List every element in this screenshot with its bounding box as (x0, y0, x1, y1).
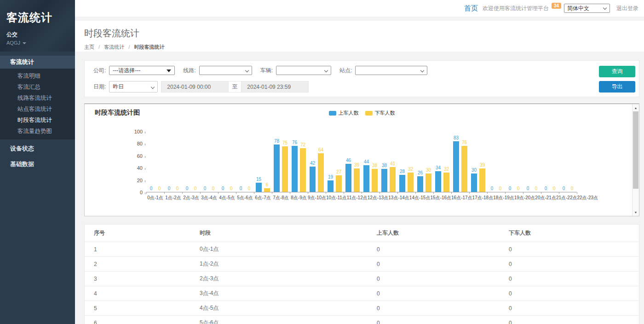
bar-column: 0 (489, 186, 495, 192)
bar-value-label: 0 (186, 186, 189, 191)
bar-value-label: 0 (491, 186, 494, 191)
station-select[interactable] (355, 66, 427, 75)
bar-column: 0 (507, 186, 513, 192)
data-table: 序号 时段 上车人数 下车人数 10点-1点0021点-2点0032点-3点00… (85, 225, 639, 324)
sidebar-item-trend-chart[interactable]: 客流量趋势图 (0, 126, 75, 137)
table-cell: 4 (85, 286, 190, 301)
bar-column: 0 (166, 186, 172, 192)
bar-column: 0 (561, 186, 567, 192)
user-dropdown[interactable]: AQGJ (6, 40, 75, 46)
scroll-up-icon[interactable]: ▲ (632, 104, 639, 111)
bar-column: 0 (525, 186, 531, 192)
bar-group: 00 (182, 132, 200, 192)
vehicle-select[interactable] (276, 66, 331, 75)
bar-column: 76 (461, 140, 467, 192)
company-select-value: ---请选择--- (113, 67, 140, 75)
sidebar-item-station-stats[interactable]: 站点客流统计 (0, 104, 75, 115)
bar-value-label: 0 (194, 186, 197, 191)
logout-link[interactable]: 退出登录 (616, 5, 638, 12)
y-axis-tick-label: 100 (126, 129, 143, 134)
x-axis-tick (523, 192, 523, 194)
sidebar-item-passenger-detail[interactable]: 客流明细 (0, 70, 75, 81)
x-axis-tick (182, 192, 183, 194)
table-row: 43点-4点00 (85, 286, 639, 301)
col-header-boarding: 上车人数 (368, 225, 500, 242)
legend-item-boarding[interactable]: 上车人数 (329, 110, 359, 116)
chevron-down-icon (603, 6, 607, 10)
sidebar-item-base-data[interactable]: 基础数据 (0, 158, 75, 171)
sidebar-item-passenger-stats[interactable]: 客流统计 (0, 56, 75, 69)
date-start-input[interactable] (161, 81, 229, 93)
bar-group: 00 (523, 132, 541, 192)
bar-column: 75 (282, 140, 288, 192)
y-axis-tick (145, 180, 145, 182)
bar (426, 174, 431, 192)
chevron-down-icon (324, 69, 328, 72)
line-select[interactable] (199, 66, 252, 75)
bar-column: 72 (300, 142, 306, 192)
x-axis-tick (326, 192, 326, 194)
bar-column: 0 (497, 186, 503, 192)
y-axis-tick-label: 80 (126, 141, 143, 146)
sidebar: 客流统计 公交 AQGJ 客流统计 客流明细 客流汇总 线路客流统计 站点客流统… (0, 0, 75, 324)
bar-column: 0 (551, 186, 557, 192)
bar-group: 7875 (272, 132, 290, 192)
bar-group: 7672 (290, 132, 308, 192)
sidebar-item-device-status[interactable]: 设备状态 (0, 142, 75, 155)
bar (372, 169, 378, 192)
bar-value-label: 0 (545, 186, 547, 191)
data-table-panel: 序号 时段 上车人数 下车人数 10点-1点0021点-2点0032点-3点00… (84, 224, 639, 324)
table-cell: 0 (500, 242, 639, 257)
bar (417, 176, 423, 192)
x-axis-label: 7点-8点 (272, 195, 290, 201)
bar-column: 26 (417, 170, 423, 192)
bar-value-label: 41 (390, 161, 395, 166)
x-axis-label: 12点-13点 (368, 195, 389, 201)
bar-value-label: 0 (499, 186, 502, 191)
breadcrumb-home[interactable]: 主页 (84, 44, 94, 50)
legend-item-alighting[interactable]: 下车人数 (365, 110, 395, 116)
scroll-down-icon[interactable]: ▼ (632, 209, 639, 215)
language-select[interactable]: 简体中文 (564, 4, 610, 13)
bar-value-label: 42 (310, 161, 315, 166)
breadcrumb-section[interactable]: 客流统计 (104, 44, 124, 50)
x-axis-tick (218, 192, 218, 194)
scrollbar-thumb[interactable] (633, 111, 638, 189)
date-separator: 至 (229, 81, 241, 93)
date-preset-select[interactable]: 昨日 (109, 81, 158, 93)
table-header-row: 序号 时段 上车人数 下车人数 (85, 225, 639, 242)
bar (390, 167, 396, 192)
date-end-input[interactable] (241, 81, 309, 93)
sidebar-item-passenger-summary[interactable]: 客流汇总 (0, 81, 75, 93)
bar-column: 41 (390, 161, 396, 192)
sidebar-item-timeslot-stats[interactable]: 时段客流统计 (0, 115, 75, 126)
breadcrumb-separator: / (98, 44, 100, 50)
bar-value-label: 76 (292, 140, 297, 145)
x-axis-label: 10点-11点 (326, 195, 347, 201)
bar-column: 64 (318, 147, 324, 192)
chart-legend: 上车人数 下车人数 (329, 110, 395, 116)
query-button[interactable]: 查询 (599, 66, 635, 77)
welcome-text: 欢迎使用客流统计管理平台 (483, 5, 549, 12)
bar-group: 2630 (415, 132, 433, 192)
table-row: 10点-1点00 (85, 242, 639, 257)
bar (300, 148, 306, 192)
export-button[interactable]: 导出 (599, 81, 635, 93)
bar-group: 00 (559, 132, 577, 192)
bar (471, 174, 477, 192)
x-axis-tick (164, 192, 165, 194)
x-axis-tick (344, 192, 344, 194)
bar-column: 34 (435, 165, 441, 192)
bar-value-label: 0 (168, 186, 171, 191)
table-cell: 0 (500, 272, 639, 286)
sidebar-item-line-stats[interactable]: 线路客流统计 (0, 93, 75, 104)
chart-scrollbar[interactable]: ▲ ▼ (632, 104, 639, 216)
home-link[interactable]: 首页 (464, 4, 478, 13)
x-axis-tick (559, 192, 559, 194)
bar-group: 4639 (344, 132, 362, 192)
y-axis-tick-label: 0 (126, 190, 143, 195)
x-axis-label: 4点-5点 (218, 195, 236, 201)
company-select[interactable]: ---请选择--- (109, 66, 175, 75)
bar-value-label: 30 (426, 168, 431, 173)
bar-group: 3432 (433, 132, 451, 192)
